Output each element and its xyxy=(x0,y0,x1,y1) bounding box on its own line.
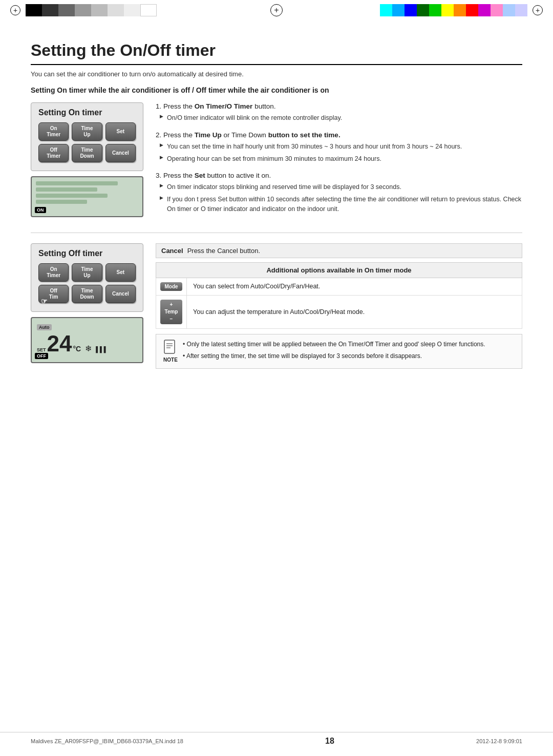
gray-block-7 xyxy=(124,4,140,16)
reg-cross-right: + xyxy=(536,7,540,14)
step-1-num: 1. xyxy=(156,102,163,110)
step-3: 3. Press the Set button to active it on.… xyxy=(156,172,522,214)
step-2-pre: Press the xyxy=(163,131,193,139)
off-time-up-btn[interactable]: TimeUp xyxy=(72,263,102,282)
set-btn[interactable]: Set xyxy=(105,122,136,141)
mode-icon-cell: Mode xyxy=(156,278,187,295)
on-timer-left: Setting On timer OnTimer TimeUp Set OffT… xyxy=(31,102,143,222)
set-btn-label: Set xyxy=(117,129,125,135)
off-time-down-btn[interactable]: TimeDown xyxy=(72,285,102,303)
set-label: SET xyxy=(37,347,46,352)
gray-block-1 xyxy=(26,4,42,16)
off-badge: OFF xyxy=(35,353,48,359)
step-1-bold: On Timer/O Timer xyxy=(195,102,253,110)
step-3-header: 3. Press the Set button to active it on. xyxy=(156,172,522,179)
fan-icon: ❄ xyxy=(85,344,92,353)
svg-rect-0 xyxy=(164,340,175,353)
off-timer-section: Setting Off timer OnTimer TimeUp Set Off… xyxy=(31,243,522,369)
reg-cross-left: + xyxy=(13,7,17,14)
color-lavender xyxy=(515,4,527,16)
gray-block-4 xyxy=(75,4,91,16)
cancel-label: Cancel xyxy=(161,247,183,255)
options-table: Additional options available in On timer… xyxy=(156,262,522,329)
off-off-timer-label: OffTim xyxy=(49,288,58,300)
step-2-bullet-1: You can set the time in half hourly unit… xyxy=(160,142,522,152)
time-up-btn[interactable]: TimeUp xyxy=(72,122,102,141)
off-cancel-label: Cancel xyxy=(112,291,129,297)
display-lines xyxy=(36,181,138,204)
on-timer-box: Setting On timer OnTimer TimeUp Set OffT… xyxy=(31,102,143,171)
color-magenta xyxy=(478,4,491,16)
mode-text: You can select from Auto/Cool/Dry/Fan/He… xyxy=(193,283,320,290)
note-label: NOTE xyxy=(163,357,178,363)
on-timer-display: ON xyxy=(31,176,143,217)
off-timer-btn-label: OffTimer xyxy=(47,147,60,159)
reg-mark-right: + xyxy=(533,5,543,15)
off-timer-right: Cancel Press the Cancel button. Addition… xyxy=(156,243,522,369)
grayscale-blocks xyxy=(26,4,157,16)
color-red xyxy=(466,4,478,16)
step-2-mid: or Time Down xyxy=(224,131,266,139)
display-line-2 xyxy=(36,187,97,192)
options-row-1: Mode You can select from Auto/Cool/Dry/F… xyxy=(156,278,522,295)
color-yellow xyxy=(441,4,454,16)
compass-center: + xyxy=(270,4,283,16)
time-up-btn-label: TimeUp xyxy=(81,125,93,138)
gray-block-6 xyxy=(108,4,124,16)
page-title: Setting the On/Off timer xyxy=(31,41,522,65)
cancel-btn[interactable]: Cancel xyxy=(105,144,136,162)
off-timer-btn[interactable]: OffTimer xyxy=(38,144,69,162)
cancel-bar: Cancel Press the Cancel button. xyxy=(156,243,522,258)
color-blocks xyxy=(380,4,527,16)
off-set-btn[interactable]: Set xyxy=(105,263,136,282)
page-number: 18 xyxy=(325,737,334,746)
footer: Maldives ZE_AR09FSFP@_IBIM_DB68-03379A_E… xyxy=(0,732,553,746)
color-orange xyxy=(454,4,466,16)
mode-button[interactable]: Mode xyxy=(160,282,182,291)
time-down-btn-label: TimeDown xyxy=(80,147,94,159)
note-doc-icon xyxy=(163,340,178,356)
color-cyan xyxy=(380,4,392,16)
step-1-bullet-1: On/O timer indicator will blink on the r… xyxy=(160,113,522,123)
display-line-3 xyxy=(36,194,108,198)
time-down-btn[interactable]: TimeDown xyxy=(72,144,102,162)
section-divider xyxy=(31,233,522,233)
temp-text-cell: You can adjust the temperature in Auto/C… xyxy=(187,295,522,328)
off-time-down-label: TimeDown xyxy=(80,288,94,300)
step-3-bold: Set xyxy=(195,172,205,179)
off-on-timer-btn[interactable]: OnTimer xyxy=(38,263,69,282)
off-timer-display: Auto SET 24 °C ❄ ▐▐▐ OFF xyxy=(31,317,143,363)
step-2-bullets: You can set the time in half hourly unit… xyxy=(156,142,522,164)
off-cancel-btn[interactable]: Cancel xyxy=(105,285,136,303)
step-1-bullets: On/O timer indicator will blink on the r… xyxy=(156,113,522,123)
step-2: 2. Press the Time Up or Time Down button… xyxy=(156,131,522,164)
step-1: 1. Press the On Timer/O Timer button. On… xyxy=(156,102,522,123)
gray-block-8 xyxy=(140,4,157,16)
note-content: Only the latest setting timer will be ap… xyxy=(183,340,485,363)
on-badge: ON xyxy=(35,207,46,213)
off-off-timer-btn[interactable]: OffTim ☞ xyxy=(38,285,69,303)
temp-display: SET 24 °C ❄ ▐▐▐ xyxy=(37,332,137,355)
footer-date: 2012-12-8 9:09:01 xyxy=(476,738,522,744)
off-timer-left: Setting Off timer OnTimer TimeUp Set Off… xyxy=(31,243,143,369)
gray-block-5 xyxy=(91,4,108,16)
options-row-2: +Temp− You can adjust the temperature in… xyxy=(156,295,522,328)
display-line-1 xyxy=(36,181,118,185)
note-bullet-1: Only the latest setting timer will be ap… xyxy=(183,340,485,349)
display-line-4 xyxy=(36,200,87,204)
options-header: Additional options available in On timer… xyxy=(156,262,522,278)
steps-list: 1. Press the On Timer/O Timer button. On… xyxy=(156,102,522,214)
off-set-label: Set xyxy=(117,269,125,276)
step-1-pre: Press the xyxy=(163,102,193,110)
finger-icon: ☞ xyxy=(41,297,48,306)
on-timer-right: 1. Press the On Timer/O Timer button. On… xyxy=(156,102,522,222)
step-2-bold2: button to set the time. xyxy=(268,131,341,139)
on-timer-btn[interactable]: OnTimer xyxy=(38,122,69,141)
note-bullet-2: After setting the timer, the set time wi… xyxy=(183,351,485,361)
note-icon-area: NOTE xyxy=(163,340,178,363)
cancel-btn-label: Cancel xyxy=(112,150,129,156)
off-timer-remote-grid: OnTimer TimeUp Set OffTim ☞ TimeDown xyxy=(38,263,136,303)
temp-button[interactable]: +Temp− xyxy=(160,300,182,324)
step-3-post: button to active it on. xyxy=(207,172,271,179)
note-box: NOTE Only the latest setting timer will … xyxy=(156,334,522,369)
